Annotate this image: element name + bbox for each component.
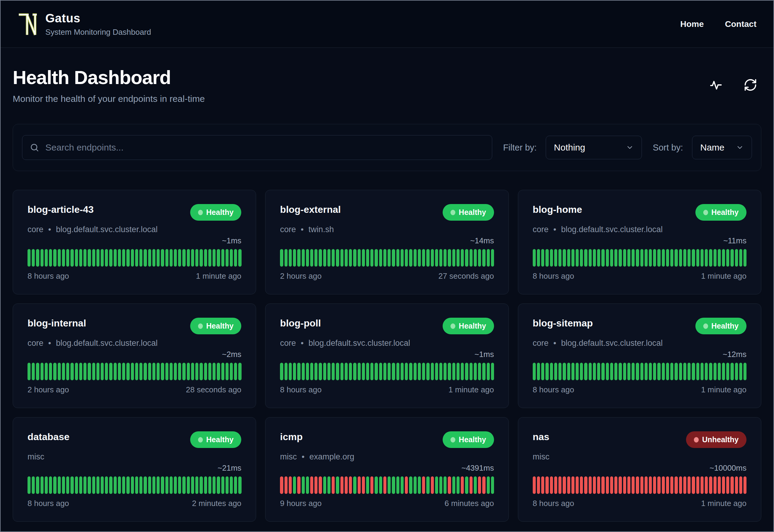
status-bar-success[interactable]	[388, 249, 391, 267]
status-bar-success[interactable]	[541, 249, 544, 267]
status-bar-success[interactable]	[36, 476, 39, 494]
status-bar-success[interactable]	[666, 249, 669, 267]
status-bar-success[interactable]	[66, 363, 69, 380]
status-bar-success[interactable]	[545, 363, 548, 380]
status-bar-success[interactable]	[426, 249, 429, 267]
status-bar-success[interactable]	[157, 363, 160, 380]
status-bar-success[interactable]	[431, 363, 434, 380]
status-bar-success[interactable]	[131, 476, 134, 494]
status-bar-success[interactable]	[75, 363, 78, 380]
status-bar-failure[interactable]	[589, 476, 592, 494]
status-bar-success[interactable]	[563, 249, 566, 267]
status-bar-success[interactable]	[589, 249, 592, 267]
endpoint-card[interactable]: blog-poll Healthy core • blog.default.sv…	[265, 303, 509, 408]
status-bar-success[interactable]	[302, 249, 305, 267]
status-bar-success[interactable]	[310, 363, 313, 380]
status-bar-success[interactable]	[144, 476, 147, 494]
status-bar-failure[interactable]	[701, 476, 704, 494]
status-bar-success[interactable]	[657, 249, 660, 267]
status-bar-success[interactable]	[126, 476, 129, 494]
status-bar-success[interactable]	[457, 363, 460, 380]
status-bar-success[interactable]	[414, 249, 417, 267]
status-bar-success[interactable]	[96, 249, 99, 267]
status-bar-success[interactable]	[614, 249, 617, 267]
status-bar-success[interactable]	[340, 249, 343, 267]
status-bar-success[interactable]	[195, 476, 198, 494]
status-bar-success[interactable]	[632, 363, 635, 380]
status-bar-success[interactable]	[28, 249, 31, 267]
status-bar-success[interactable]	[619, 249, 622, 267]
status-bar-success[interactable]	[632, 249, 635, 267]
status-bar-success[interactable]	[533, 363, 536, 380]
status-bar-success[interactable]	[191, 249, 194, 267]
status-bar-success[interactable]	[688, 249, 691, 267]
status-bar-success[interactable]	[195, 363, 198, 380]
status-bar-success[interactable]	[730, 249, 733, 267]
status-bar-success[interactable]	[610, 363, 613, 380]
status-bar-success[interactable]	[135, 249, 138, 267]
status-bar-success[interactable]	[567, 249, 570, 267]
status-bar-success[interactable]	[36, 249, 39, 267]
refresh-button[interactable]	[743, 78, 758, 92]
status-bar-success[interactable]	[332, 249, 335, 267]
status-bar-failure[interactable]	[478, 476, 481, 494]
status-bar-failure[interactable]	[692, 476, 695, 494]
status-bar-failure[interactable]	[349, 476, 352, 494]
status-bar-success[interactable]	[41, 476, 44, 494]
status-bar-success[interactable]	[114, 476, 117, 494]
status-bar-success[interactable]	[405, 249, 408, 267]
status-bar-success[interactable]	[593, 249, 596, 267]
endpoint-card[interactable]: nas Unhealthy misc ~10000ms 8 hours ago …	[518, 417, 761, 522]
status-bar-success[interactable]	[718, 249, 721, 267]
status-bar-failure[interactable]	[627, 476, 630, 494]
status-bar-success[interactable]	[221, 363, 224, 380]
status-bar-failure[interactable]	[558, 476, 561, 494]
status-bar-success[interactable]	[623, 249, 626, 267]
status-bar-success[interactable]	[597, 249, 600, 267]
status-bar-success[interactable]	[187, 363, 190, 380]
status-bar-failure[interactable]	[358, 476, 361, 494]
status-bar-success[interactable]	[148, 363, 151, 380]
status-bar-failure[interactable]	[614, 476, 617, 494]
status-bar-failure[interactable]	[730, 476, 733, 494]
status-bar-failure[interactable]	[550, 476, 553, 494]
status-bar-success[interactable]	[336, 476, 339, 494]
status-bar-success[interactable]	[401, 363, 404, 380]
status-bar-success[interactable]	[675, 363, 678, 380]
status-bar-success[interactable]	[584, 363, 587, 380]
status-bar-success[interactable]	[230, 249, 233, 267]
status-bar-success[interactable]	[53, 476, 56, 494]
status-bar-success[interactable]	[118, 476, 121, 494]
status-bar-success[interactable]	[439, 363, 442, 380]
status-bar-failure[interactable]	[370, 476, 373, 494]
status-bar-success[interactable]	[675, 249, 678, 267]
status-bar-success[interactable]	[444, 249, 447, 267]
endpoint-card[interactable]: blog-internal Healthy core • blog.defaul…	[13, 303, 256, 408]
status-bar-success[interactable]	[96, 363, 99, 380]
status-bar-success[interactable]	[576, 363, 579, 380]
status-bar-success[interactable]	[306, 363, 309, 380]
status-bar-failure[interactable]	[632, 476, 635, 494]
status-bar-success[interactable]	[58, 249, 61, 267]
status-bar-success[interactable]	[58, 476, 61, 494]
status-bar-success[interactable]	[178, 363, 181, 380]
status-bar-failure[interactable]	[362, 476, 365, 494]
status-bar-success[interactable]	[730, 363, 733, 380]
status-bar-success[interactable]	[139, 249, 142, 267]
status-bar-success[interactable]	[314, 363, 317, 380]
status-bar-success[interactable]	[49, 476, 52, 494]
status-bar-success[interactable]	[379, 249, 382, 267]
status-bar-failure[interactable]	[739, 476, 742, 494]
status-bar-success[interactable]	[679, 363, 682, 380]
status-bar-success[interactable]	[178, 476, 181, 494]
status-bar-success[interactable]	[567, 363, 570, 380]
status-bar-success[interactable]	[178, 249, 181, 267]
status-bar-success[interactable]	[230, 476, 233, 494]
status-bar-success[interactable]	[323, 363, 326, 380]
status-bar-success[interactable]	[174, 476, 177, 494]
status-bar-success[interactable]	[679, 249, 682, 267]
status-bar-success[interactable]	[32, 249, 35, 267]
status-bar-success[interactable]	[606, 249, 609, 267]
status-bar-success[interactable]	[49, 249, 52, 267]
status-bar-success[interactable]	[739, 249, 742, 267]
